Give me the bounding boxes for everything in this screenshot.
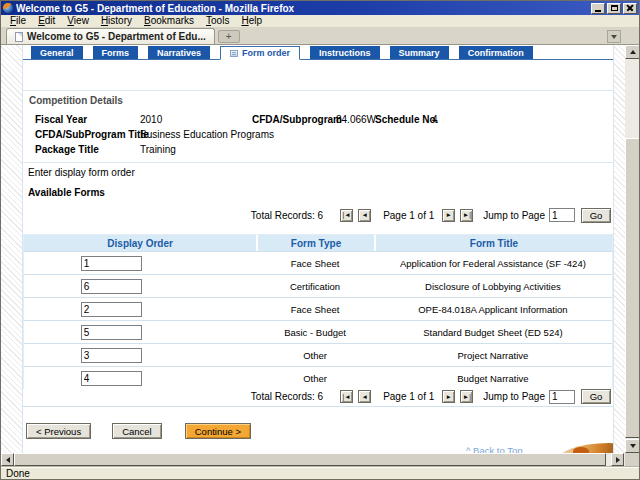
schedule-no-value: 4	[432, 114, 438, 125]
section-divider	[23, 162, 613, 163]
menu-bar: File Edit View History Bookmarks Tools H…	[1, 15, 639, 28]
form-type-cell: Other	[256, 344, 374, 366]
browser-tab[interactable]: Welcome to G5 - Department of Edu...	[6, 28, 215, 44]
tab-confirmation[interactable]: Confirmation	[459, 46, 533, 59]
scroll-left-button[interactable]	[1, 453, 14, 466]
table-row: Other Project Narrative	[24, 343, 612, 366]
pagination-top: Total Records: 6 |◄ ◄ Page 1 of 1 ► ►| J…	[23, 207, 613, 223]
form-type-cell: Basic - Budget	[256, 321, 374, 343]
menu-edit[interactable]: Edit	[32, 15, 61, 27]
section-divider	[23, 90, 613, 91]
fiscal-year-label: Fiscal Year	[35, 114, 87, 125]
browser-tab-title: Welcome to G5 - Department of Edu...	[27, 31, 206, 42]
form-title-cell: Budget Narrative	[374, 367, 612, 389]
form-title-cell: Disclosure of Lobbying Activities	[374, 275, 612, 297]
tab-summary[interactable]: Summary	[390, 46, 449, 59]
form-type-cell: Other	[256, 367, 374, 389]
form-title-cell: Standard Budget Sheet (ED 524)	[374, 321, 612, 343]
title-bar[interactable]: Welcome to G5 - Department of Education …	[1, 1, 639, 15]
tab-forms[interactable]: Forms	[93, 46, 139, 59]
minimize-icon	[595, 10, 601, 12]
first-page-button[interactable]: |◄	[340, 390, 353, 403]
window-controls	[591, 3, 637, 14]
go-button[interactable]: Go	[581, 389, 611, 404]
competition-row: CFDA/SubProgram Title Business Education…	[23, 128, 613, 143]
tab-label: Narratives	[157, 48, 201, 58]
scroll-down-button[interactable]	[625, 439, 640, 453]
tab-narratives[interactable]: Narratives	[148, 46, 210, 59]
menu-help[interactable]: Help	[235, 15, 268, 27]
display-order-input[interactable]	[81, 348, 142, 363]
jump-to-page-input[interactable]	[549, 208, 575, 222]
list-tabs-button[interactable]	[607, 30, 621, 43]
vertical-scrollbar-thumb[interactable]	[625, 138, 640, 438]
tab-form-order[interactable]: Form order	[220, 46, 300, 60]
available-forms-heading: Available Forms	[28, 187, 613, 198]
competition-details: Fiscal Year 2010 CFDA/Subprogram 84.066W…	[23, 113, 613, 158]
go-button[interactable]: Go	[581, 208, 611, 223]
last-page-button[interactable]: ►|	[460, 209, 473, 222]
menu-file[interactable]: File	[4, 15, 32, 27]
first-page-button[interactable]: |◄	[340, 209, 353, 222]
cancel-button[interactable]: Cancel	[112, 423, 162, 439]
table-row: Other Budget Narrative	[24, 366, 612, 389]
prev-page-button[interactable]: ◄	[358, 209, 371, 222]
new-tab-button[interactable]: +	[218, 30, 240, 43]
display-order-input[interactable]	[81, 371, 142, 386]
menu-history[interactable]: History	[95, 15, 138, 27]
horizontal-scrollbar[interactable]	[1, 453, 625, 466]
previous-button[interactable]: < Previous	[26, 423, 91, 439]
enter-display-form-order-text: Enter display form order	[28, 167, 613, 178]
package-title-label: Package Title	[35, 144, 99, 155]
tab-label: Summary	[399, 48, 440, 58]
menu-view[interactable]: View	[61, 15, 95, 27]
col-header-display-order: Display Order	[24, 235, 256, 251]
col-header-form-type: Form Type	[256, 235, 374, 251]
cfda-title-value: Business Education Programs	[140, 129, 274, 140]
page-content: General Forms Narratives Form order Inst…	[23, 45, 613, 453]
horizontal-scrollbar-thumb[interactable]	[14, 453, 606, 466]
menu-bookmarks[interactable]: Bookmarks	[138, 15, 200, 27]
form-type-cell: Face Sheet	[256, 298, 374, 320]
up-arrow-icon	[630, 47, 636, 54]
display-order-input[interactable]	[81, 256, 142, 271]
total-records-text: Total Records: 6	[251, 391, 323, 402]
chevron-down-icon	[611, 35, 617, 42]
jump-to-page-label: Jump to Page	[483, 391, 545, 402]
form-tabs: General Forms Narratives Form order Inst…	[23, 46, 613, 60]
table-row: Basic - Budget Standard Budget Sheet (ED…	[24, 320, 612, 343]
restore-button[interactable]	[607, 3, 621, 14]
action-buttons: < Previous Cancel Continue >	[23, 423, 613, 439]
continue-button[interactable]: Continue >	[185, 423, 251, 439]
scroll-right-button[interactable]	[611, 453, 624, 466]
tab-label: Instructions	[319, 48, 371, 58]
close-icon	[626, 4, 634, 12]
next-page-button[interactable]: ►	[442, 390, 455, 403]
last-page-button[interactable]: ►|	[460, 390, 473, 403]
close-button[interactable]	[623, 3, 637, 14]
scroll-up-button[interactable]	[625, 45, 640, 59]
display-order-input[interactable]	[81, 302, 142, 317]
prev-page-button[interactable]: ◄	[358, 390, 371, 403]
package-title-value: Training	[140, 144, 176, 155]
right-arrow-icon	[616, 457, 623, 463]
table-row: Face Sheet OPE-84.018A Applicant Informa…	[24, 297, 612, 320]
cfda-subprogram-value: 84.066W	[336, 114, 376, 125]
firefox-icon	[3, 3, 13, 13]
page-indicator: Page 1 of 1	[383, 391, 434, 402]
next-page-button[interactable]: ►	[442, 209, 455, 222]
display-order-input[interactable]	[81, 325, 142, 340]
vertical-scrollbar[interactable]	[625, 45, 640, 453]
page-icon	[15, 32, 23, 42]
left-arrow-icon	[3, 457, 10, 463]
form-type-cell: Face Sheet	[256, 252, 374, 274]
tab-general[interactable]: General	[31, 46, 83, 59]
jump-to-page-input[interactable]	[549, 390, 575, 404]
back-to-top-link[interactable]: ^ Back to Top	[466, 445, 523, 453]
page-viewport: General Forms Narratives Form order Inst…	[1, 45, 625, 453]
table-row: Face Sheet Application for Federal Assis…	[24, 251, 612, 274]
menu-tools[interactable]: Tools	[200, 15, 235, 27]
tab-instructions[interactable]: Instructions	[310, 46, 380, 59]
minimize-button[interactable]	[591, 3, 605, 14]
display-order-input[interactable]	[81, 279, 142, 294]
